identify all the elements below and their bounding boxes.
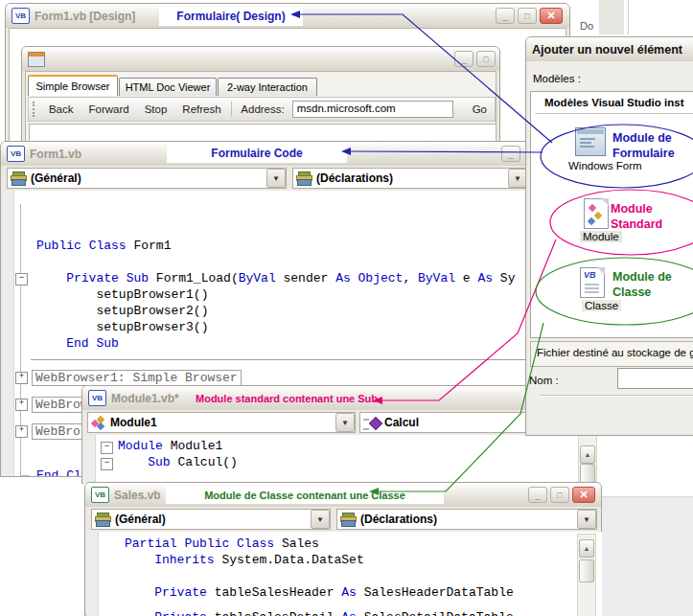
annotation-formulaire-design: Formulaire( Design) xyxy=(159,7,303,26)
code-line: Partial Public Class Sales xyxy=(125,536,319,551)
template-group-header: Modèles Visual Studio inst xyxy=(544,97,683,108)
code-line: Private tableSalesHeader As SalesHeaderD… xyxy=(125,585,514,600)
tab-simple-browser[interactable]: Simple Browser xyxy=(28,75,118,96)
code-line: Module Module1 xyxy=(118,439,222,453)
code-line: Private tableSalesDetail As SalesDetailD… xyxy=(125,610,514,616)
background-text-fragment: Do xyxy=(580,20,593,32)
vertical-scrollbar[interactable]: ▲ xyxy=(577,534,596,616)
collapsed-region[interactable]: WebBrowser1: Simple Browser xyxy=(32,370,242,386)
browser-toolbar: Back Forward Stop Refresh Address: msdn.… xyxy=(28,97,496,122)
books-icon xyxy=(340,513,357,526)
background-window-edge xyxy=(628,0,629,34)
collapse-glyph[interactable]: − xyxy=(15,273,28,285)
background-window-strip xyxy=(599,0,624,34)
chevron-down-icon[interactable]: ▼ xyxy=(266,169,286,188)
template-description-panel: Fichier destiné au stockage de g xyxy=(530,341,693,367)
annotation-module-classe: Module de Classe contenant une Classe xyxy=(166,486,444,504)
collapse-glyph[interactable]: − xyxy=(101,442,113,454)
browser-titlebar[interactable]: _ □ xyxy=(22,47,499,71)
window-title: Sales.vb xyxy=(114,489,161,502)
maximize-button[interactable]: □ xyxy=(476,51,496,67)
group-header-separator xyxy=(535,113,693,114)
books-icon xyxy=(11,171,27,185)
expand-glyph[interactable]: + xyxy=(15,399,28,411)
code-line: setupBrowser1() xyxy=(36,287,208,302)
go-button[interactable]: Go xyxy=(465,103,495,115)
expand-glyph[interactable]: + xyxy=(15,425,28,438)
dialog-titlebar[interactable]: Ajouter un nouvel élément xyxy=(526,37,693,61)
chevron-down-icon[interactable]: ▼ xyxy=(311,510,330,529)
minimize-button[interactable]: _ xyxy=(496,8,515,24)
window-module1: VB Module1.vb* Module standard contenant… xyxy=(81,385,602,484)
windows-form-icon xyxy=(575,127,606,156)
back-button[interactable]: Back xyxy=(41,103,81,115)
template-item-classe[interactable]: Classe xyxy=(582,300,621,311)
toolbar-grip[interactable] xyxy=(33,102,37,117)
window-title: Module1.vb* xyxy=(111,392,179,405)
class-file-icon: VB xyxy=(580,267,605,298)
code-line: Public Class Form1 xyxy=(36,239,171,253)
vb-file-icon: VB xyxy=(91,487,109,503)
desktop-right-area xyxy=(602,436,693,616)
collapsed-region[interactable]: WebBro xyxy=(32,423,84,440)
minimize-button[interactable]: _ xyxy=(454,51,474,67)
code-line: Sub Calcul() xyxy=(118,455,238,469)
code-editor[interactable]: Partial Public Class Sales Inherits Syst… xyxy=(86,532,602,616)
chevron-down-icon[interactable]: ▼ xyxy=(335,413,355,432)
window-title: Form1.vb [Design] xyxy=(35,10,135,23)
refresh-button[interactable]: Refresh xyxy=(174,103,228,115)
annotation-formulaire-code: Formulaire Code xyxy=(167,144,347,163)
tab-html-doc-viewer[interactable]: HTML Doc Viewer xyxy=(119,78,217,96)
minimize-button[interactable]: _ xyxy=(528,487,547,503)
code-line: setupBrowser3() xyxy=(36,320,208,334)
vb-file-icon: VB xyxy=(12,8,30,24)
models-label: Modèles : xyxy=(533,73,581,84)
vb-file-icon: VB xyxy=(88,390,106,406)
editor-gutter xyxy=(86,532,99,616)
collapse-glyph[interactable]: − xyxy=(101,458,113,470)
module-icon xyxy=(91,416,106,430)
objects-combo[interactable]: (Général) ▼ xyxy=(7,168,287,189)
window-sales: VB Sales.vb _ □ ✕ Module de Classe conte… xyxy=(84,482,602,616)
books-icon xyxy=(296,171,312,185)
toolbar-separator xyxy=(231,102,232,117)
template-list: Modèles Visual Studio inst Module deForm… xyxy=(530,91,693,338)
vertical-scrollbar[interactable]: ▲ xyxy=(578,435,597,484)
template-item-module[interactable]: Module xyxy=(580,231,622,242)
events-combo[interactable]: (Déclarations) ▼ xyxy=(336,509,597,530)
chevron-down-icon[interactable]: ▼ xyxy=(508,169,527,188)
code-line-end-class: End Cl xyxy=(36,468,81,476)
minimize-button[interactable]: _ xyxy=(501,146,520,162)
scroll-thumb[interactable] xyxy=(579,559,594,582)
code-line: Inherits System.Data.DataSet xyxy=(125,553,364,567)
name-input[interactable] xyxy=(617,368,693,389)
module-file-icon xyxy=(584,198,609,229)
maximize-button[interactable]: □ xyxy=(518,8,537,24)
close-button[interactable]: ✕ xyxy=(540,8,563,24)
scroll-thumb[interactable] xyxy=(580,464,595,484)
chevron-down-icon[interactable]: ▼ xyxy=(577,510,596,529)
objects-combo[interactable]: Module1 ▼ xyxy=(87,412,356,433)
forward-button[interactable]: Forward xyxy=(81,103,136,115)
objects-combo[interactable]: (Général) ▼ xyxy=(91,509,331,530)
address-input[interactable]: msdn.microsoft.com xyxy=(292,101,453,118)
item-title-module-formulaire: Module deFormulaire xyxy=(612,130,675,161)
expand-glyph[interactable]: + xyxy=(15,372,28,384)
window-title: Form1.vb xyxy=(30,148,81,161)
item-title-module-classe: Module deClasse xyxy=(612,269,672,300)
annotation-module-standard: Module standard contenant une Sub xyxy=(190,389,383,407)
maximize-button[interactable]: □ xyxy=(550,487,569,503)
address-label: Address: xyxy=(233,103,291,115)
stop-button[interactable]: Stop xyxy=(137,103,175,115)
close-button[interactable]: ✕ xyxy=(572,487,595,503)
scroll-up-button[interactable]: ▲ xyxy=(580,445,595,464)
events-combo[interactable]: (Déclarations) ▼ xyxy=(292,168,528,189)
scroll-up-button[interactable]: ▲ xyxy=(579,539,594,558)
dialog-add-new-item: Ajouter un nouvel élément Modèles : Modè… xyxy=(525,36,693,436)
name-label: Nom : xyxy=(529,375,559,386)
code-line: Private Sub Form1_Load(ByVal sender As O… xyxy=(36,271,515,285)
procedure-separator xyxy=(31,359,529,360)
template-item-windows-form[interactable]: Windows Form xyxy=(568,160,642,171)
tab-2way-interaction[interactable]: 2-way Interaction xyxy=(218,78,317,96)
code-editor[interactable]: − Module Module1 − Sub Calcul() ▲ xyxy=(83,435,602,484)
